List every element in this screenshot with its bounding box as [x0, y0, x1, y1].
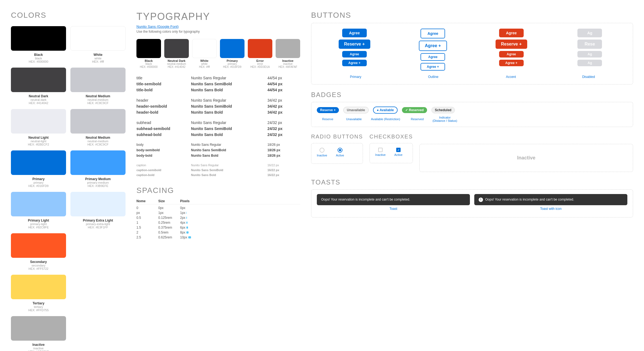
badges-labels-row: Reserve Unavailable Available (Restricti… — [317, 116, 627, 122]
badge-reserved: ✓ Reserved — [402, 107, 427, 113]
color-swatch-black — [11, 26, 66, 51]
color-item-white: White white HEX: #fff — [70, 26, 126, 63]
colors-section: COLORS Black black HEX: #000000 White wh… — [11, 11, 126, 351]
toast-1: Oops! Your reservation is incomplete and… — [317, 194, 470, 205]
radio-circle-active[interactable] — [338, 148, 342, 153]
color-swatch-neutral-light — [11, 109, 66, 134]
toasts-row: Oops! Your reservation is incomplete and… — [317, 194, 627, 211]
typo-swatch-neutral-dark: Neutral Dark neutral-medium HEX: #414042 — [164, 39, 189, 68]
label-reserve: Reserve — [317, 117, 339, 121]
color-swatch-secondary — [11, 233, 66, 258]
agree-primary-sm-button[interactable]: Agree — [342, 51, 367, 58]
primary-label: Primary — [317, 75, 395, 79]
checkbox-row: Inactive ✓ Active — [375, 148, 407, 156]
typography-section: TYPOGRAPHY Nunito Sans (Google Font) Use… — [136, 11, 295, 177]
typo-swatch-error: Error error HEX: #DD3D1A — [248, 39, 272, 68]
agree-plus-outline-button[interactable]: Agree + — [419, 41, 447, 51]
badges-row: Reserve + Unavailable ● Available ✓ Rese… — [317, 107, 627, 114]
typography-table: title Nunito Sans Regular 44/54 px title… — [136, 75, 295, 177]
typo-swatch-inactive: Inactive inactive HEX: #AFAFAF — [276, 39, 300, 68]
color-swatch-white — [70, 26, 126, 51]
agree-plus-accent-sm-button[interactable]: Agree + — [499, 60, 524, 66]
buttons-grid: Agree Reserve + Agree Agree + Agree Agre… — [317, 29, 627, 71]
color-item-primary-medium: Primary Medium primary-medium HEX: #3B9E… — [70, 150, 126, 187]
spacing-table: Nome Size Pixels 0 0px 0px px 1px 1px — [136, 199, 300, 240]
badges-title: BADGES — [311, 91, 633, 99]
color-name-black: Black — [34, 53, 43, 57]
agree-plus-disabled-sm-button: Ag — [577, 60, 602, 66]
badge-unavailable: Unavailable — [343, 107, 369, 113]
toasts-box: Oops! Your reservation is incomplete and… — [311, 189, 633, 217]
reserve-accent-button[interactable]: Reserve + — [496, 40, 527, 49]
toast-icon: ! — [479, 198, 483, 202]
reserve-primary-button[interactable]: Reserve + — [339, 40, 370, 49]
agree-outline-sm-button[interactable]: Agree — [421, 53, 445, 61]
color-item-neutral-light: Neutral Light neutral-light HEX: #EBECF2 — [11, 109, 66, 146]
reserve-disabled-button: Rese — [577, 40, 602, 49]
toasts-title: TOASTS — [311, 178, 633, 186]
color-swatch-primary — [11, 150, 66, 175]
btn-col-primary: Agree Reserve + Agree Agree + — [317, 29, 392, 71]
checkbox-item-active: ✓ Active — [394, 148, 402, 156]
checkbox-inactive[interactable] — [378, 148, 383, 152]
color-item-primary: Primary primary HEX: #016FD9 — [11, 150, 66, 187]
buttons-labels: Primary Outline Accent Disabled — [317, 74, 627, 79]
font-note: Use the following colors only for typogr… — [136, 30, 295, 34]
label-indicator: Indicator(Distance / Status) — [433, 116, 457, 122]
radio-item-active: Active — [336, 148, 344, 157]
typo-swatch-white: White white HEX: #fff — [192, 39, 217, 68]
badge-available: ● Available — [373, 107, 398, 114]
radio-row: Inactive Active — [317, 148, 357, 157]
toast-label-1: Toast — [317, 207, 470, 211]
agree-outline-button[interactable]: Agree — [421, 29, 445, 38]
radio-circle-inactive[interactable] — [320, 148, 324, 153]
radio-item-inactive: Inactive — [317, 148, 327, 157]
badge-reserve: Reserve + — [317, 107, 339, 113]
typography-spacing-column: TYPOGRAPHY Nunito Sans (Google Font) Use… — [136, 11, 300, 351]
color-item-neutral-dark: Neutral Dark neutral-dark HEX: #414042 — [11, 68, 66, 105]
btn-col-accent: Agree Reserve + Agree Agree + — [474, 29, 549, 71]
checkbox-label-inactive: Inactive — [375, 153, 386, 156]
typo-row-title: title Nunito Sans Regular 44/54 px — [136, 75, 295, 81]
color-swatch-neutral-medium-2 — [70, 109, 126, 134]
color-item-inactive: Inactive inactive HEX: #AFAFAF — [11, 316, 66, 351]
toast-container-2: ! Oops! Your reservation is incomplete a… — [474, 194, 627, 211]
checkbox-active[interactable]: ✓ — [396, 148, 401, 152]
typo-swatch-black: Black black HEX: #000000 — [136, 39, 161, 68]
disabled-label: Disabled — [550, 75, 628, 79]
radio-checkbox-inactive-row: RADIO BUTTONS Inactive Active — [311, 134, 633, 172]
badges-box: Reserve + Unavailable ● Available ✓ Rese… — [311, 102, 633, 127]
radio-box: Inactive Active — [311, 143, 363, 164]
checkbox-box: Inactive ✓ Active — [369, 143, 413, 163]
toast-2: ! Oops! Your reservation is incomplete a… — [474, 194, 627, 205]
agree-plus-primary-sm-button[interactable]: Agree + — [342, 60, 367, 66]
agree-primary-button[interactable]: Agree — [342, 29, 367, 37]
outline-label: Outline — [395, 75, 472, 79]
color-item-neutral-medium: Neutral Medium neutral-medium HEX: #C8C9… — [70, 68, 126, 105]
btn-col-outline: Agree Agree + Agree Agree + — [395, 29, 471, 71]
agree-plus-outline-sm-button[interactable]: Agree + — [421, 63, 445, 71]
color-item-primary-light: Primary Light primary-light HEX: #92C8FE — [11, 192, 66, 229]
color-swatch-neutral-dark — [11, 68, 66, 92]
radio-buttons-section: RADIO BUTTONS Inactive Active — [311, 134, 363, 164]
inactive-text: Inactive — [517, 155, 535, 161]
agree-accent-button[interactable]: Agree — [499, 29, 524, 37]
color-swatch-primary-medium — [70, 150, 126, 175]
spacing-header: Nome Size Pixels — [136, 199, 300, 204]
color-item-neutral-medium-2: Neutral Medium neutral-medium HEX: #C8C9… — [70, 109, 126, 146]
color-item-black: Black black HEX: #000000 — [11, 26, 66, 63]
inactive-display: Inactive — [419, 134, 633, 172]
color-grid: Black black HEX: #000000 White white HEX… — [11, 26, 126, 351]
badge-scheduled: Scheduled — [431, 107, 455, 113]
radio-buttons-title: RADIO BUTTONS — [311, 134, 363, 140]
agree-disabled-button: Ag — [577, 29, 602, 37]
radio-label-active: Active — [336, 154, 344, 157]
agree-disabled-sm-button: Ag — [577, 51, 602, 58]
color-swatch-primary-extra-light — [70, 192, 126, 216]
inactive-box: Inactive — [419, 144, 633, 172]
buttons-box: Agree Reserve + Agree Agree + Agree Agre… — [311, 23, 633, 84]
toast-label-2: Toast with icon — [474, 207, 627, 211]
color-swatch-inactive — [11, 316, 66, 341]
typography-swatches: Black black HEX: #000000 Neutral Dark ne… — [136, 39, 295, 68]
agree-accent-sm-button[interactable]: Agree — [499, 51, 524, 58]
